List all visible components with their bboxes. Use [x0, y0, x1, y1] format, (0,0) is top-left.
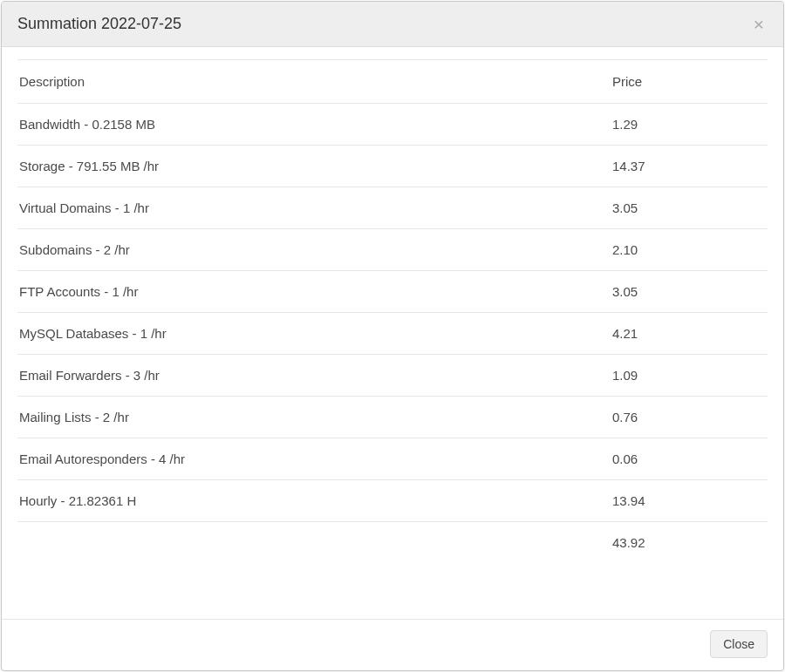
- table-row: MySQL Databases - 1 /hr4.21: [17, 313, 768, 355]
- summation-modal: Summation 2022-07-25 × Description Price…: [1, 1, 784, 671]
- cell-price: 13.94: [611, 480, 768, 522]
- close-icon[interactable]: ×: [750, 15, 768, 33]
- table-row: Mailing Lists - 2 /hr0.76: [17, 397, 768, 438]
- table-row: FTP Accounts - 1 /hr3.05: [17, 271, 768, 313]
- cell-description: Virtual Domains - 1 /hr: [17, 187, 611, 229]
- cell-description: Email Forwarders - 3 /hr: [17, 355, 611, 397]
- table-header-row: Description Price: [17, 60, 768, 104]
- cell-price: 4.21: [611, 313, 768, 355]
- cell-description: Email Autoresponders - 4 /hr: [17, 438, 611, 480]
- table-row: Subdomains - 2 /hr2.10: [17, 229, 768, 271]
- cell-description: FTP Accounts - 1 /hr: [17, 271, 611, 313]
- cell-price: 1.09: [611, 355, 768, 397]
- cell-total-price: 43.92: [611, 522, 768, 564]
- cell-price: 2.10: [611, 229, 768, 271]
- table-total-row: 43.92: [17, 522, 768, 564]
- cell-price: 0.76: [611, 397, 768, 438]
- modal-body: Description Price Bandwidth - 0.2158 MB1…: [2, 47, 783, 619]
- cell-price: 0.06: [611, 438, 768, 480]
- modal-header: Summation 2022-07-25 ×: [2, 2, 783, 47]
- table-row: Bandwidth - 0.2158 MB1.29: [17, 104, 768, 146]
- cell-price: 14.37: [611, 146, 768, 187]
- cell-description: Subdomains - 2 /hr: [17, 229, 611, 271]
- cell-description: Bandwidth - 0.2158 MB: [17, 104, 611, 146]
- col-header-description: Description: [17, 60, 611, 104]
- table-row: Virtual Domains - 1 /hr3.05: [17, 187, 768, 229]
- cell-description: Mailing Lists - 2 /hr: [17, 397, 611, 438]
- table-row: Storage - 791.55 MB /hr14.37: [17, 146, 768, 187]
- cell-price: 1.29: [611, 104, 768, 146]
- modal-title: Summation 2022-07-25: [17, 15, 181, 33]
- cell-price: 3.05: [611, 271, 768, 313]
- cell-price: 3.05: [611, 187, 768, 229]
- cell-description: Storage - 791.55 MB /hr: [17, 146, 611, 187]
- close-button[interactable]: Close: [710, 630, 768, 658]
- cell-total-description: [17, 522, 611, 564]
- modal-footer: Close: [2, 619, 783, 670]
- table-row: Hourly - 21.82361 H13.94: [17, 480, 768, 522]
- table-row: Email Forwarders - 3 /hr1.09: [17, 355, 768, 397]
- table-row: Email Autoresponders - 4 /hr0.06: [17, 438, 768, 480]
- col-header-price: Price: [611, 60, 768, 104]
- summation-table: Description Price Bandwidth - 0.2158 MB1…: [17, 59, 768, 563]
- cell-description: MySQL Databases - 1 /hr: [17, 313, 611, 355]
- cell-description: Hourly - 21.82361 H: [17, 480, 611, 522]
